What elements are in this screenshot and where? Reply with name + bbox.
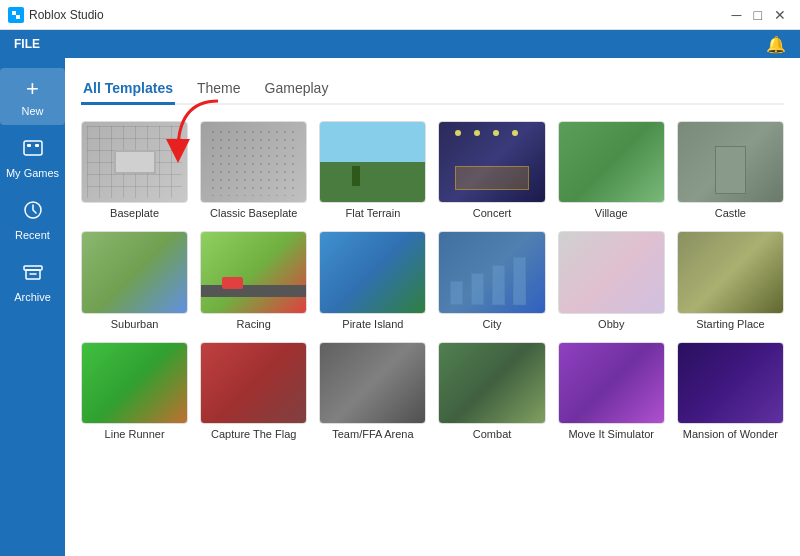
template-thumb-pirate-island bbox=[319, 231, 426, 313]
sidebar-item-archive[interactable]: Archive bbox=[0, 253, 65, 311]
template-item-racing[interactable]: Racing bbox=[200, 231, 307, 329]
sidebar-item-my-games[interactable]: My Games bbox=[0, 129, 65, 187]
template-thumb-move-it-simulator bbox=[558, 342, 665, 424]
template-item-castle[interactable]: Castle bbox=[677, 121, 784, 219]
title-bar: Roblox Studio ─ □ ✕ bbox=[0, 0, 800, 30]
close-button[interactable]: ✕ bbox=[768, 7, 792, 23]
recent-icon bbox=[22, 199, 44, 226]
template-item-concert[interactable]: Concert bbox=[438, 121, 545, 219]
sidebar-item-new[interactable]: + New bbox=[0, 68, 65, 125]
template-name-team-ffa-arena: Team/FFA Arena bbox=[319, 428, 426, 440]
tab-gameplay[interactable]: Gameplay bbox=[263, 74, 331, 105]
sidebar-label-my-games: My Games bbox=[6, 167, 59, 179]
template-item-baseplate[interactable]: Baseplate bbox=[81, 121, 188, 219]
template-thumb-classic-baseplate bbox=[200, 121, 307, 203]
minimize-button[interactable]: ─ bbox=[726, 7, 748, 23]
sidebar-label-archive: Archive bbox=[14, 291, 51, 303]
archive-icon bbox=[22, 261, 44, 288]
template-item-suburban[interactable]: Suburban bbox=[81, 231, 188, 329]
template-thumb-baseplate bbox=[81, 121, 188, 203]
roblox-logo-icon bbox=[8, 7, 24, 23]
tabs-bar: All Templates Theme Gameplay bbox=[81, 74, 784, 105]
template-name-starting-place: Starting Place bbox=[677, 318, 784, 330]
template-name-racing: Racing bbox=[200, 318, 307, 330]
file-menu[interactable]: FILE bbox=[8, 35, 46, 53]
template-name-city: City bbox=[438, 318, 545, 330]
app-title: Roblox Studio bbox=[29, 8, 104, 22]
template-name-line-runner: Line Runner bbox=[81, 428, 188, 440]
template-item-line-runner[interactable]: Line Runner bbox=[81, 342, 188, 440]
template-name-pirate-island: Pirate Island bbox=[319, 318, 426, 330]
template-item-flat-terrain[interactable]: Flat Terrain bbox=[319, 121, 426, 219]
content-area: All Templates Theme Gameplay BaseplateCl… bbox=[65, 58, 800, 556]
template-thumb-city bbox=[438, 231, 545, 313]
template-thumb-concert bbox=[438, 121, 545, 203]
template-name-capture-the-flag: Capture The Flag bbox=[200, 428, 307, 440]
template-item-pirate-island[interactable]: Pirate Island bbox=[319, 231, 426, 329]
svg-rect-5 bbox=[35, 144, 39, 147]
template-name-classic-baseplate: Classic Baseplate bbox=[200, 207, 307, 219]
sidebar-label-recent: Recent bbox=[15, 229, 50, 241]
template-item-classic-baseplate[interactable]: Classic Baseplate bbox=[200, 121, 307, 219]
sidebar-label-new: New bbox=[21, 105, 43, 117]
maximize-button[interactable]: □ bbox=[748, 7, 768, 23]
template-item-move-it-simulator[interactable]: Move It Simulator bbox=[558, 342, 665, 440]
template-item-mansion-of-wonder[interactable]: Mansion of Wonder bbox=[677, 342, 784, 440]
template-thumb-suburban bbox=[81, 231, 188, 313]
template-item-capture-the-flag[interactable]: Capture The Flag bbox=[200, 342, 307, 440]
sidebar-item-recent[interactable]: Recent bbox=[0, 191, 65, 249]
template-item-combat[interactable]: Combat bbox=[438, 342, 545, 440]
template-item-starting-place[interactable]: Starting Place bbox=[677, 231, 784, 329]
templates-grid: BaseplateClassic BaseplateFlat TerrainCo… bbox=[81, 121, 784, 440]
template-name-flat-terrain: Flat Terrain bbox=[319, 207, 426, 219]
template-name-concert: Concert bbox=[438, 207, 545, 219]
new-icon: + bbox=[26, 76, 39, 102]
template-thumb-starting-place bbox=[677, 231, 784, 313]
template-item-village[interactable]: Village bbox=[558, 121, 665, 219]
svg-rect-2 bbox=[16, 15, 20, 19]
sidebar: + New My Games Recent bbox=[0, 58, 65, 556]
template-name-move-it-simulator: Move It Simulator bbox=[558, 428, 665, 440]
svg-rect-3 bbox=[24, 141, 42, 155]
template-thumb-line-runner bbox=[81, 342, 188, 424]
template-name-suburban: Suburban bbox=[81, 318, 188, 330]
template-thumb-castle bbox=[677, 121, 784, 203]
template-name-village: Village bbox=[558, 207, 665, 219]
template-name-combat: Combat bbox=[438, 428, 545, 440]
template-thumb-mansion-of-wonder bbox=[677, 342, 784, 424]
menu-bar: FILE 🔔 bbox=[0, 30, 800, 58]
template-thumb-village bbox=[558, 121, 665, 203]
app-logo: Roblox Studio bbox=[8, 7, 104, 23]
template-name-mansion-of-wonder: Mansion of Wonder bbox=[677, 428, 784, 440]
svg-rect-4 bbox=[27, 144, 31, 147]
template-thumb-flat-terrain bbox=[319, 121, 426, 203]
template-name-obby: Obby bbox=[558, 318, 665, 330]
template-thumb-capture-the-flag bbox=[200, 342, 307, 424]
tab-theme[interactable]: Theme bbox=[195, 74, 243, 105]
template-thumb-obby bbox=[558, 231, 665, 313]
svg-rect-1 bbox=[12, 11, 16, 15]
template-name-baseplate: Baseplate bbox=[81, 207, 188, 219]
template-thumb-racing bbox=[200, 231, 307, 313]
games-icon bbox=[22, 137, 44, 164]
template-thumb-combat bbox=[438, 342, 545, 424]
template-item-obby[interactable]: Obby bbox=[558, 231, 665, 329]
template-name-castle: Castle bbox=[677, 207, 784, 219]
template-thumb-team-ffa-arena bbox=[319, 342, 426, 424]
bell-icon[interactable]: 🔔 bbox=[760, 33, 792, 56]
tab-all-templates[interactable]: All Templates bbox=[81, 74, 175, 105]
template-item-city[interactable]: City bbox=[438, 231, 545, 329]
template-item-team-ffa-arena[interactable]: Team/FFA Arena bbox=[319, 342, 426, 440]
